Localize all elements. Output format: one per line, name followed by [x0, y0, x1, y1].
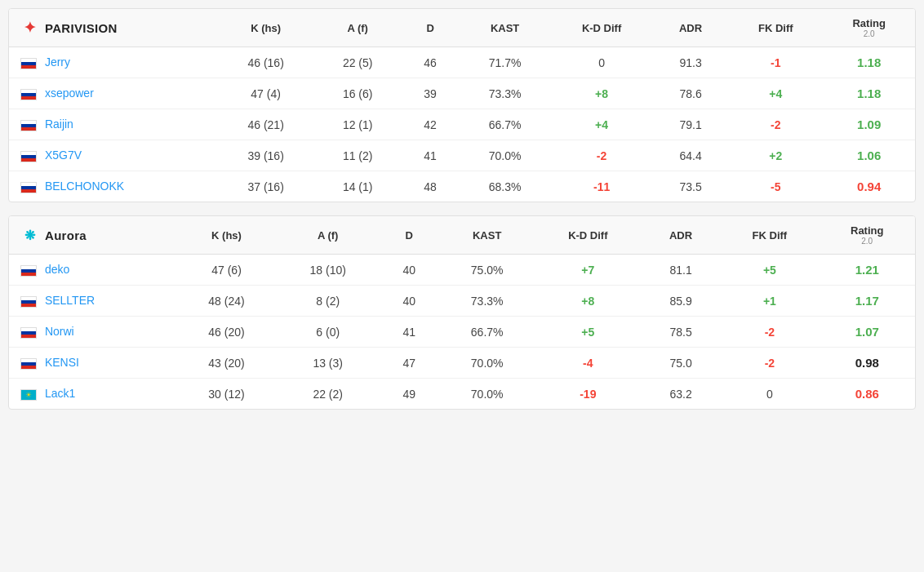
stat-d: 42 — [401, 109, 460, 140]
col-header-d: D — [379, 216, 440, 255]
stat-value: +5 — [581, 326, 594, 339]
stat-value: -2 — [765, 326, 775, 339]
col-header-rating: Rating2.0 — [819, 216, 915, 255]
stat-kast: 75.0% — [440, 255, 535, 286]
player-name[interactable]: Raijin — [45, 118, 73, 131]
stat-rating: 1.17 — [819, 286, 915, 317]
player-name[interactable]: Norwi — [45, 325, 74, 338]
stat-d: 39 — [401, 78, 460, 109]
stat-rating: 1.21 — [819, 255, 915, 286]
table-row: Raijin 46 (21)12 (1)4266.7%+479.1-21.09 — [9, 109, 915, 140]
stat-adr: 64.4 — [653, 140, 728, 171]
stat-rating: 1.18 — [823, 78, 915, 109]
stat-k_hs: 37 (16) — [217, 171, 314, 202]
stat-a_f: 22 (2) — [278, 379, 379, 410]
stat-k_hs: 46 (21) — [217, 109, 314, 140]
stat-rating: 0.94 — [823, 171, 915, 202]
stat-rating: 1.09 — [823, 109, 915, 140]
stat-adr: 78.5 — [642, 317, 720, 348]
col-header-kd_diff: K-D Diff — [550, 9, 653, 47]
stat-adr: 78.6 — [653, 78, 728, 109]
stat-rating: 1.18 — [823, 47, 915, 78]
stat-fk_diff: -5 — [728, 171, 823, 202]
player-name[interactable]: Lack1 — [45, 387, 75, 400]
stat-k_hs: 46 (20) — [175, 317, 277, 348]
flag-icon — [20, 151, 37, 162]
rating-value: 1.17 — [855, 294, 879, 308]
team-name: PARIVISION — [45, 21, 118, 35]
stat-value: +2 — [769, 149, 782, 162]
rating-value: 1.06 — [857, 149, 881, 162]
flag-icon — [20, 358, 37, 370]
flag-icon — [20, 58, 37, 69]
stat-value: +4 — [769, 87, 782, 100]
player-name[interactable]: X5G7V — [45, 149, 82, 162]
stat-value: -1 — [771, 56, 780, 69]
team-section-aurora: ❋ Aurora K (hs)A (f)DKASTK-D DiffADRFK D… — [8, 215, 916, 410]
stat-a_f: 11 (2) — [314, 140, 401, 171]
team-logo-symbol: ✦ — [24, 19, 36, 37]
stat-fk_diff: -1 — [728, 47, 823, 78]
flag-icon — [20, 182, 37, 193]
stat-a_f: 16 (6) — [314, 78, 401, 109]
stat-a_f: 6 (0) — [278, 317, 379, 348]
player-name[interactable]: deko — [45, 263, 69, 276]
stat-value: -11 — [593, 180, 610, 193]
stat-adr: 79.1 — [653, 109, 728, 140]
table-row: SELLTER 48 (24)8 (2)4073.3%+885.9+11.17 — [9, 286, 915, 317]
col-header-d: D — [401, 9, 460, 47]
flag-icon — [20, 296, 37, 308]
stat-kast: 70.0% — [440, 379, 535, 410]
player-cell-x5g7v: X5G7V — [9, 140, 217, 171]
player-name[interactable]: xsepower — [45, 86, 94, 100]
player-name[interactable]: SELLTER — [45, 294, 95, 307]
stat-kast: 73.3% — [460, 78, 550, 109]
stat-adr: 91.3 — [653, 47, 728, 78]
stat-d: 41 — [401, 140, 460, 171]
stat-a_f: 12 (1) — [314, 109, 401, 140]
stat-kast: 70.0% — [440, 348, 535, 379]
rating-value: 1.21 — [855, 263, 879, 277]
stat-value: +5 — [763, 264, 776, 277]
stat-d: 40 — [379, 286, 440, 317]
stat-a_f: 22 (5) — [314, 47, 401, 78]
team-logo-parivision: ✦ — [20, 19, 38, 37]
stat-kast: 71.7% — [460, 47, 550, 78]
stat-value: +4 — [595, 118, 608, 131]
stat-kast: 66.7% — [460, 109, 550, 140]
stat-value: -5 — [771, 180, 780, 193]
team-header-parivision: ✦ PARIVISION — [9, 9, 217, 47]
stat-kd_diff: +8 — [535, 286, 642, 317]
stat-kd_diff: -11 — [550, 171, 653, 202]
flag-icon — [20, 265, 37, 277]
team-header-aurora: ❋ Aurora — [9, 216, 175, 255]
stat-adr: 63.2 — [642, 379, 720, 410]
stat-d: 47 — [379, 348, 440, 379]
player-name[interactable]: BELCHONOKK — [45, 180, 124, 193]
stat-adr: 85.9 — [642, 286, 720, 317]
rating-sub: 2.0 — [834, 29, 904, 38]
stat-rating: 1.07 — [819, 317, 915, 348]
stat-d: 46 — [401, 47, 460, 78]
stat-adr: 73.5 — [653, 171, 728, 202]
stat-value: +7 — [581, 264, 594, 277]
player-cell-jerry: Jerry — [9, 47, 217, 78]
stat-d: 49 — [379, 379, 440, 410]
team-logo-symbol: ❋ — [24, 228, 35, 243]
stat-value: +8 — [581, 295, 594, 308]
player-name[interactable]: Jerry — [45, 55, 70, 69]
col-header-fk_diff: FK Diff — [720, 216, 819, 255]
stat-kd_diff: 0 — [550, 47, 653, 78]
player-cell-sellter: SELLTER — [9, 286, 175, 317]
stat-value: +1 — [763, 295, 776, 308]
stat-d: 48 — [401, 171, 460, 202]
stat-rating: 0.86 — [819, 379, 915, 410]
table-row: deko 47 (6)18 (10)4075.0%+781.1+51.21 — [9, 255, 915, 286]
stat-value: -19 — [580, 388, 596, 401]
table-row: Lack1 30 (12)22 (2)4970.0%-1963.200.86 — [9, 379, 915, 410]
stat-kd_diff: +8 — [550, 78, 653, 109]
player-name[interactable]: KENSI — [45, 356, 79, 369]
col-header-a_f: A (f) — [278, 216, 379, 255]
rating-value: 0.98 — [855, 356, 879, 370]
stat-value: -4 — [583, 357, 593, 370]
